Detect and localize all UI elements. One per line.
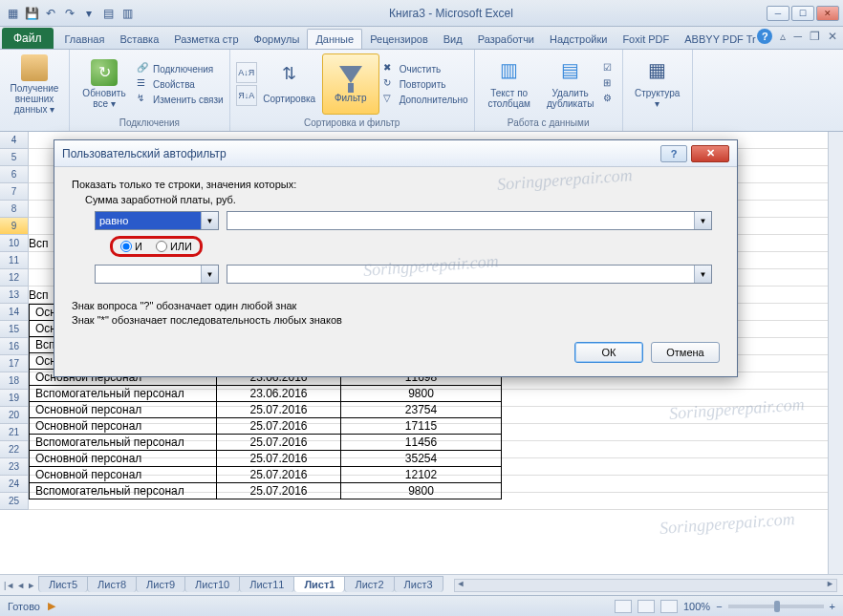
zoom-level[interactable]: 100%	[683, 601, 710, 612]
tab-view[interactable]: Вид	[436, 30, 470, 49]
edit-links-button[interactable]: ↯Изменить связи	[137, 93, 224, 106]
radio-or[interactable]: ИЛИ	[156, 241, 192, 252]
radio-and[interactable]: И	[120, 241, 142, 252]
text-to-columns-button[interactable]: ▥ Текст по столбцам	[481, 53, 538, 115]
row-header[interactable]: 21	[0, 424, 29, 441]
table-row[interactable]: Основной персонал25.07.201623754	[30, 402, 502, 418]
advanced-filter-button[interactable]: ▽Дополнительно	[383, 93, 468, 106]
cancel-button[interactable]: Отмена	[651, 342, 720, 363]
maximize-button[interactable]: ☐	[791, 6, 814, 21]
properties-button[interactable]: ☰Свойства	[137, 77, 224, 91]
row-header[interactable]: 11	[0, 252, 29, 269]
data-validation-button[interactable]: ☑	[603, 62, 616, 75]
row-header[interactable]: 6	[0, 166, 29, 183]
zoom-slider[interactable]	[728, 605, 824, 608]
row-header[interactable]: 15	[0, 321, 29, 338]
table-row[interactable]: Вспомогательный персонал25.07.201611456	[30, 435, 502, 451]
horizontal-scrollbar[interactable]	[454, 579, 837, 592]
ok-button[interactable]: ОК	[574, 342, 643, 363]
qat-extra2-icon[interactable]: ▥	[119, 5, 136, 22]
sheet-tab[interactable]: Лист3	[394, 576, 443, 592]
row-header[interactable]: 14	[0, 304, 29, 321]
redo-icon[interactable]: ↷	[61, 5, 78, 22]
connections-button[interactable]: 🔗Подключения	[137, 62, 224, 75]
row-header[interactable]: 16	[0, 338, 29, 355]
undo-icon[interactable]: ↶	[42, 5, 59, 22]
doc-close-icon[interactable]: ✕	[828, 30, 837, 43]
file-tab[interactable]: Файл	[2, 28, 54, 49]
sheet-tab[interactable]: Лист10	[184, 576, 240, 592]
sheet-tab[interactable]: Лист8	[87, 576, 137, 592]
row-header[interactable]: 25	[0, 493, 29, 510]
row-header[interactable]: 7	[0, 183, 29, 201]
outline-button[interactable]: ▦ Структура ▾	[629, 53, 686, 115]
row-header[interactable]: 17	[0, 355, 29, 372]
whatif-button[interactable]: ⚙	[603, 93, 616, 106]
consolidate-button[interactable]: ⊞	[603, 77, 616, 91]
row-header[interactable]: 8	[0, 201, 29, 218]
zoom-in-button[interactable]: +	[830, 601, 835, 612]
save-icon[interactable]: 💾	[23, 5, 40, 22]
doc-restore-icon[interactable]: ❐	[810, 30, 820, 43]
tab-data[interactable]: Данные	[307, 29, 362, 49]
tab-formulas[interactable]: Формулы	[247, 30, 308, 49]
filter-button[interactable]: Фильтр	[322, 53, 379, 115]
table-row[interactable]: Вспомогательный персонал25.07.20169800	[30, 483, 502, 499]
condition2-operator-combo[interactable]: ▼	[95, 265, 219, 284]
row-header[interactable]: 18	[0, 372, 29, 390]
close-button[interactable]: ✕	[816, 6, 839, 21]
row-header[interactable]: 22	[0, 441, 29, 458]
tab-addins[interactable]: Надстройки	[542, 30, 615, 49]
view-normal-button[interactable]	[615, 600, 632, 613]
sort-asc-button[interactable]: А↓Я	[236, 62, 257, 83]
tab-insert[interactable]: Вставка	[112, 30, 166, 49]
qat-dropdown-icon[interactable]: ▾	[80, 5, 97, 22]
minimize-button[interactable]: ─	[767, 6, 789, 21]
condition1-value-combo[interactable]: ▼	[227, 211, 712, 230]
doc-minimize-icon[interactable]: ─	[793, 30, 802, 43]
row-header[interactable]: 19	[0, 390, 29, 407]
tab-developer[interactable]: Разработчи	[470, 30, 542, 49]
tab-abbyy[interactable]: ABBYY PDF Tr	[677, 30, 763, 49]
sheet-tab[interactable]: Лист5	[38, 576, 88, 592]
tab-home[interactable]: Главная	[57, 30, 113, 49]
sort-desc-button[interactable]: Я↓А	[236, 85, 257, 106]
row-header[interactable]: 24	[0, 476, 29, 493]
refresh-all-button[interactable]: Обновить все ▾	[76, 53, 133, 115]
row-header[interactable]: 5	[0, 149, 29, 166]
tab-pagelayout[interactable]: Разметка стр	[166, 30, 246, 49]
tab-foxit[interactable]: Foxit PDF	[615, 30, 677, 49]
table-row[interactable]: Вспомогательный персонал23.06.20169800	[30, 386, 502, 402]
row-header[interactable]: 9	[0, 218, 29, 235]
sheet-tab[interactable]: Лист2	[344, 576, 394, 592]
row-header[interactable]: 13	[0, 287, 29, 304]
clear-filter-button[interactable]: ✖Очистить	[383, 62, 468, 75]
sheet-tab[interactable]: Лист9	[136, 576, 185, 592]
vertical-scrollbar[interactable]	[828, 132, 843, 574]
row-header[interactable]: 4	[0, 132, 29, 149]
row-header[interactable]: 10	[0, 235, 29, 252]
row-header[interactable]: 20	[0, 407, 29, 424]
get-external-data-button[interactable]: Получение внешних данных ▾	[6, 53, 63, 115]
qat-extra1-icon[interactable]: ▤	[99, 5, 117, 22]
sheet-tab[interactable]: Лист1	[293, 576, 345, 592]
help-icon[interactable]: ?	[757, 29, 772, 44]
view-pagebreak-button[interactable]	[660, 600, 678, 613]
zoom-out-button[interactable]: −	[716, 601, 722, 612]
condition1-operator-combo[interactable]: равно▼	[95, 211, 219, 230]
remove-duplicates-button[interactable]: ▤ Удалить дубликаты	[542, 53, 599, 115]
view-pagelayout-button[interactable]	[638, 600, 655, 613]
tab-review[interactable]: Рецензиров	[362, 30, 436, 49]
reapply-button[interactable]: ↻Повторить	[383, 77, 468, 91]
dialog-close-button[interactable]: ✕	[691, 145, 729, 162]
table-row[interactable]: Основной персонал25.07.201612102	[30, 467, 502, 483]
row-header[interactable]: 23	[0, 458, 29, 476]
ribbon-minimize-icon[interactable]: ▵	[780, 30, 786, 43]
dialog-titlebar[interactable]: Пользовательский автофильтр ? ✕	[54, 140, 737, 167]
row-header[interactable]: 12	[0, 269, 29, 287]
condition2-value-combo[interactable]: ▼	[227, 265, 712, 284]
sheet-tab[interactable]: Лист11	[239, 576, 294, 592]
table-row[interactable]: Основной персонал25.07.201617115	[30, 418, 502, 435]
dialog-help-button[interactable]: ?	[660, 145, 687, 162]
sort-button[interactable]: ⇅ Сортировка	[261, 53, 318, 115]
